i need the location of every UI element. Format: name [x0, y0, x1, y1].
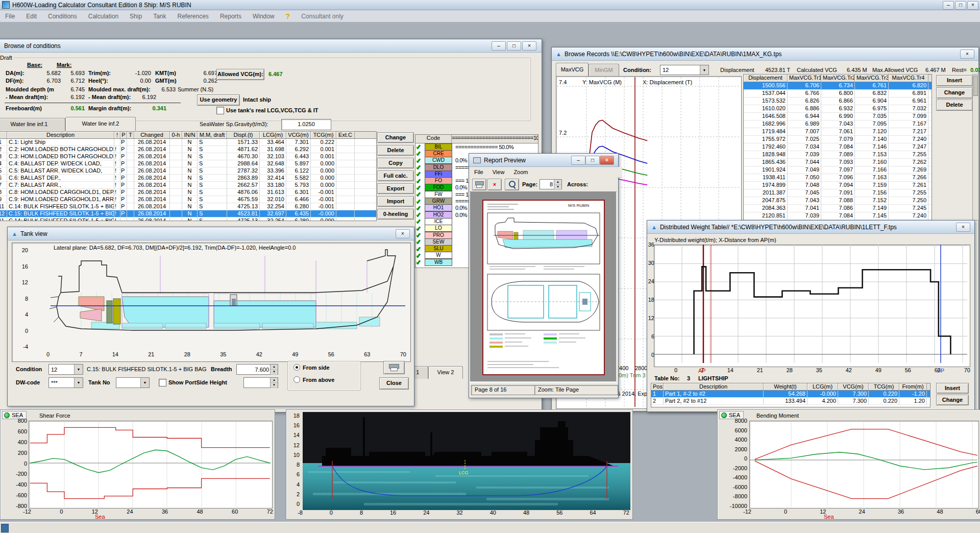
menu-ship[interactable]: Ship — [130, 13, 142, 20]
scrollbar-thumb[interactable] — [973, 76, 978, 96]
table-row[interactable]: 4C.4: BALLAST DEP. W/DECK LOAD,!P26.08.2… — [0, 160, 376, 167]
table-row[interactable]: 11C.14: BULK FISHFEED SILOTK.1-5 + BIG B… — [0, 203, 376, 210]
menu-window[interactable]: Window — [253, 13, 275, 20]
table-row[interactable]: 3C.3: HOM.LOADED BOTH CARGOHOLDS, ARR.!P… — [0, 153, 376, 160]
seawater-input[interactable]: 1.0250 — [281, 119, 331, 130]
use-tank-real-checkbox[interactable] — [216, 107, 224, 114]
app-minimize-button[interactable]: – — [943, 1, 954, 10]
print-button[interactable] — [383, 361, 405, 374]
table-row[interactable]: 1901.9247.0497.0977.1667.269 — [744, 166, 932, 174]
show-portside-checkbox[interactable] — [159, 379, 166, 386]
tank-condition-combobox[interactable]: 12 ▼ — [48, 364, 83, 375]
spin-down-icon[interactable]: ▼ — [271, 383, 278, 388]
table-row[interactable]: 1682.9966.9897.0437.0957.167 — [744, 120, 932, 128]
tab-view-2[interactable]: View 2 — [428, 366, 463, 379]
close-icon[interactable]: × — [600, 156, 614, 165]
radio-on-icon[interactable] — [293, 364, 300, 371]
spin-up-icon[interactable]: ▲ — [271, 378, 278, 383]
tab-mingm[interactable]: MinGM — [589, 64, 619, 77]
condition-combobox[interactable]: 12 ▼ — [660, 65, 709, 75]
table-row[interactable]: 7C.7: BALLAST ARR.,!P26.08.2014NS2662.57… — [0, 182, 376, 189]
radio-off-icon[interactable] — [293, 376, 300, 383]
tank-view-titlebar[interactable]: ▲ Tank view — [8, 227, 414, 240]
code-column-header[interactable]: Code — [415, 135, 452, 143]
report-menu-zoom[interactable]: Zoom — [513, 169, 528, 175]
report-page-area[interactable]: M/S RUBIN — [470, 191, 616, 381]
browse-records-titlebar[interactable]: ▲ Browse Records \\E:\CW8\HYPET\h600w\BI… — [552, 47, 978, 61]
maximize-button[interactable]: □ — [507, 41, 521, 51]
close-icon[interactable]: × — [956, 223, 970, 232]
percent-column-header[interactable]: ===========================100% — [452, 135, 538, 143]
chevron-down-icon[interactable]: ▼ — [74, 378, 83, 387]
table-row[interactable]: 2120.8517.0397.0847.1457.240 — [744, 212, 932, 220]
table-row[interactable]: 1974.8997.0487.0947.1597.261 — [744, 182, 932, 189]
breadth-spinner[interactable]: 7.600 ▲▼ — [236, 364, 278, 375]
menu-help-icon[interactable]: ? — [286, 12, 290, 20]
table-row[interactable]: 2084.3637.0417.0867.1497.245 — [744, 205, 932, 212]
tab-waterline-1[interactable]: Water line inf.1 — [0, 118, 65, 131]
tab-waterline-2[interactable]: Water line inf.2 — [65, 117, 136, 131]
table-row[interactable]: 1610.0206.8866.9326.9757.032 — [744, 105, 932, 113]
table-row[interactable]: 2047.8757.0437.0887.1527.250 — [744, 197, 932, 205]
minimize-button[interactable]: – — [571, 156, 585, 165]
table-row[interactable]: 2C.2: HOM.LOADED BOTH CARGOHOLDS, DEP,!P… — [0, 146, 376, 153]
zoom-button[interactable] — [505, 179, 519, 190]
table-row[interactable]: 11C.14: BULK FISHFEED SILOTK.1-5 + BIG B… — [0, 217, 376, 221]
chevron-down-icon[interactable]: ▼ — [700, 65, 708, 75]
close-icon[interactable]: × — [522, 41, 536, 51]
tab-maxvcg[interactable]: MaxVCG — [556, 63, 589, 77]
table-row[interactable]: 1755.9727.0257.0797.1407.240 — [744, 136, 932, 143]
use-geometry-button[interactable]: Use geometry — [197, 94, 240, 106]
table-row[interactable]: 1646.5086.9446.9907.0357.099 — [744, 113, 932, 120]
page-spinner[interactable]: 8 ▲▼ — [540, 179, 562, 189]
close-icon[interactable]: × — [396, 229, 410, 238]
app-maximize-button[interactable]: □ — [955, 1, 966, 10]
table-row[interactable]: 1938.4117.0507.0967.1637.266 — [744, 174, 932, 182]
radio-from-side[interactable]: From side — [293, 364, 330, 371]
table-row[interactable]: 1573.5326.8266.8666.9046.961 — [744, 98, 932, 105]
menu-edit[interactable]: Edit — [26, 13, 37, 20]
radio-from-above[interactable]: From above — [293, 376, 334, 383]
dw-code-combobox[interactable]: *** ▼ — [48, 377, 83, 388]
table-row[interactable]: 9C.9: HOM.LOADED CARGOHOLD1, ARR.,!P26.0… — [0, 196, 376, 203]
portside-height-spinner[interactable]: ▲▼ — [243, 377, 278, 388]
chevron-down-icon[interactable]: ▼ — [74, 365, 83, 374]
allowed-vcg-button[interactable]: Allowed VCG(m): — [216, 69, 264, 80]
table-row[interactable]: 1792.4607.0347.0847.1467.247 — [744, 143, 932, 151]
menu-file[interactable]: File — [5, 13, 15, 20]
table-row[interactable]: 1C.1: Light ShipP26.08.2014NS1571.3333.4… — [0, 139, 376, 146]
app-close-button[interactable]: × — [967, 1, 978, 10]
code-row[interactable]: ✓BIL============== 50.0% — [415, 143, 538, 150]
table-row[interactable]: 12C.15: BULK FISHFEED SILOTK.1-5 + BIG B… — [0, 210, 376, 217]
browse-conditions-titlebar[interactable]: Browse of conditions — [0, 39, 542, 53]
spin-down-icon[interactable]: ▼ — [554, 185, 561, 190]
maximize-button[interactable]: □ — [585, 156, 600, 165]
table-row[interactable]: 2011.3877.0457.0917.1567.255 — [744, 189, 932, 197]
cancel-print-button[interactable]: × — [487, 179, 502, 190]
table-row[interactable]: 1719.4847.0077.0617.1207.217 — [744, 128, 932, 136]
close-icon[interactable]: × — [960, 50, 974, 59]
table-row[interactable]: 2Part 2, #2 to #12133.4944.2007.3000.220… — [651, 398, 930, 405]
menu-tank[interactable]: Tank — [153, 13, 166, 20]
table-row[interactable]: 1828.9487.0397.0897.1537.255 — [744, 151, 932, 159]
menu-reports[interactable]: Reports — [220, 13, 241, 20]
table-row[interactable]: 1865.4367.0447.0937.1607.262 — [744, 159, 932, 166]
report-menu-view[interactable]: View — [493, 169, 505, 175]
table-row[interactable]: 1537.0446.7666.8006.8326.891 — [744, 90, 932, 98]
records-scrollbar[interactable] — [972, 74, 979, 221]
distributed-weight-titlebar[interactable]: ▲ Distributed Weight Table// *E:\CW8\HYP… — [647, 221, 974, 234]
table-row[interactable]: 1Part 1, #-2 to #254.268-0.0007.3000.220… — [651, 391, 930, 398]
table-row[interactable]: 6C.6: BALLAST DEP.,!P26.08.2014NS2863.89… — [0, 175, 376, 182]
menu-references[interactable]: References — [178, 13, 209, 20]
table-row[interactable]: 1500.5566.7066.7346.7616.820 — [744, 82, 932, 90]
chevron-down-icon[interactable]: ▼ — [140, 378, 149, 387]
menu-calculation[interactable]: Calculation — [88, 13, 118, 20]
report-menu-file[interactable]: File — [474, 169, 483, 175]
spin-up-icon[interactable]: ▲ — [271, 365, 278, 370]
tank-no-combobox[interactable]: ▼ — [116, 377, 150, 388]
table-row[interactable]: 8C.8: HOM.LOADED CARGOHOLD1, DEP.,!P26.0… — [0, 189, 376, 196]
print-button[interactable] — [472, 179, 486, 190]
minimize-button[interactable]: – — [492, 41, 506, 51]
spin-down-icon[interactable]: ▼ — [271, 370, 278, 375]
menu-conditions[interactable]: Conditions — [48, 13, 77, 20]
